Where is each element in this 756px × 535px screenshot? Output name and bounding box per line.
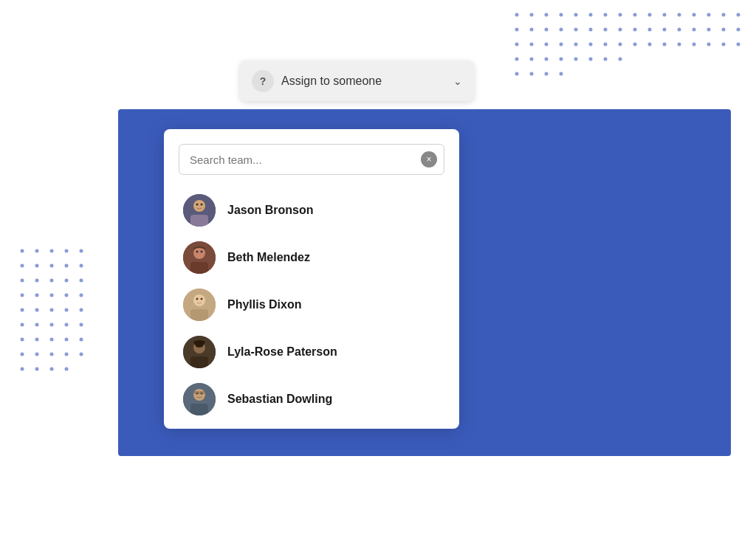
- svg-rect-111: [190, 262, 208, 274]
- svg-point-94: [80, 338, 83, 342]
- assign-dropdown: × Jason Bronson Beth Melendez Phyllis Di…: [164, 129, 459, 429]
- svg-point-99: [80, 353, 83, 356]
- clear-icon: ×: [426, 155, 431, 164]
- svg-point-65: [21, 264, 24, 268]
- svg-point-85: [21, 323, 24, 327]
- svg-point-60: [21, 249, 24, 253]
- team-member-item[interactable]: Lyla-Rose Paterson: [179, 328, 444, 376]
- svg-point-81: [35, 308, 39, 312]
- svg-point-19: [560, 28, 563, 32]
- svg-point-77: [50, 294, 54, 297]
- unassigned-icon: ?: [252, 70, 274, 92]
- svg-point-8: [633, 13, 637, 17]
- svg-point-100: [21, 367, 24, 371]
- team-member-item[interactable]: Sebastian Dowling: [179, 376, 444, 423]
- svg-point-43: [678, 43, 681, 46]
- member-name-jason: Jason Bronson: [227, 204, 313, 217]
- svg-point-76: [35, 294, 39, 297]
- svg-point-10: [663, 13, 667, 17]
- svg-point-15: [737, 13, 740, 17]
- svg-point-16: [515, 28, 519, 32]
- svg-point-55: [619, 58, 622, 61]
- svg-point-101: [35, 367, 39, 371]
- svg-point-12: [693, 13, 696, 17]
- svg-point-54: [604, 58, 608, 61]
- assign-trigger[interactable]: ? Assign to someone ⌄: [240, 61, 474, 101]
- search-container: ×: [179, 144, 444, 175]
- svg-point-112: [196, 251, 199, 253]
- svg-rect-106: [190, 215, 208, 227]
- svg-point-50: [545, 58, 549, 61]
- svg-point-46: [722, 43, 726, 46]
- svg-point-105: [193, 200, 205, 212]
- svg-point-88: [65, 323, 69, 327]
- svg-point-37: [589, 43, 593, 46]
- svg-point-18: [545, 28, 549, 32]
- avatar-sebastian: [183, 383, 216, 415]
- svg-point-107: [196, 204, 199, 206]
- member-name-lyla: Lyla-Rose Paterson: [227, 345, 337, 359]
- svg-point-113: [201, 251, 203, 253]
- svg-point-59: [560, 72, 563, 76]
- svg-point-14: [722, 13, 726, 17]
- svg-point-79: [80, 294, 83, 297]
- svg-point-62: [50, 249, 54, 253]
- svg-point-52: [574, 58, 578, 61]
- svg-point-48: [515, 58, 519, 61]
- svg-point-9: [648, 13, 652, 17]
- svg-point-7: [619, 13, 622, 17]
- svg-point-22: [604, 28, 608, 32]
- svg-rect-121: [190, 356, 208, 368]
- svg-point-6: [604, 13, 608, 17]
- search-clear-button[interactable]: ×: [421, 151, 437, 168]
- svg-point-11: [678, 13, 681, 17]
- svg-point-97: [50, 353, 54, 356]
- svg-point-58: [545, 72, 549, 76]
- team-member-item[interactable]: Jason Bronson: [179, 187, 444, 234]
- svg-point-82: [50, 308, 54, 312]
- svg-point-110: [193, 247, 205, 259]
- svg-point-45: [707, 43, 711, 46]
- svg-point-95: [21, 353, 24, 356]
- svg-point-17: [530, 28, 534, 32]
- assign-label: Assign to someone: [281, 75, 453, 88]
- svg-point-103: [65, 367, 69, 371]
- svg-point-24: [633, 28, 637, 32]
- svg-point-47: [737, 43, 740, 46]
- svg-point-86: [35, 323, 39, 327]
- svg-point-64: [80, 249, 83, 253]
- svg-point-84: [80, 308, 83, 312]
- svg-point-90: [21, 338, 24, 342]
- svg-point-23: [619, 28, 622, 32]
- svg-point-115: [193, 294, 205, 306]
- team-member-item[interactable]: Beth Melendez: [179, 234, 444, 281]
- svg-point-57: [530, 72, 534, 76]
- search-input[interactable]: [179, 144, 444, 175]
- svg-point-29: [707, 28, 711, 32]
- svg-point-93: [65, 338, 69, 342]
- avatar-jason: [183, 194, 216, 227]
- avatar-beth: [183, 241, 216, 274]
- team-member-item[interactable]: Phyllis Dixon: [179, 281, 444, 328]
- svg-point-42: [663, 43, 667, 46]
- svg-point-83: [65, 308, 69, 312]
- svg-point-31: [737, 28, 740, 32]
- svg-point-51: [560, 58, 563, 61]
- svg-rect-129: [193, 391, 205, 394]
- member-name-sebastian: Sebastian Dowling: [227, 393, 332, 406]
- svg-point-117: [196, 298, 199, 300]
- svg-point-96: [35, 353, 39, 356]
- svg-point-92: [50, 338, 54, 342]
- svg-point-32: [515, 43, 519, 46]
- svg-point-108: [201, 204, 203, 206]
- svg-point-70: [21, 279, 24, 283]
- svg-point-5: [589, 13, 593, 17]
- svg-point-44: [693, 43, 696, 46]
- svg-point-98: [65, 353, 69, 356]
- svg-point-89: [80, 323, 83, 327]
- svg-point-68: [65, 264, 69, 268]
- member-name-phyllis: Phyllis Dixon: [227, 298, 301, 311]
- svg-point-56: [515, 72, 519, 76]
- svg-point-61: [35, 249, 39, 253]
- svg-point-49: [530, 58, 534, 61]
